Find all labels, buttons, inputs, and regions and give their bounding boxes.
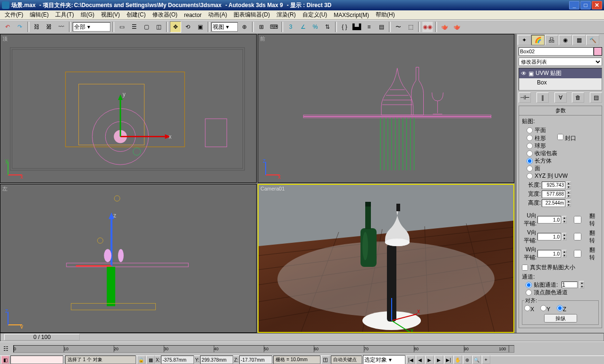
select-by-name-button[interactable]: ☰ [128, 21, 140, 33]
menu-help[interactable]: 帮助(H) [373, 10, 398, 20]
length-input[interactable] [542, 182, 565, 189]
panel-tab-create[interactable]: ✦ [518, 35, 531, 45]
maximize-button[interactable]: □ [580, 1, 591, 9]
align-z-radio[interactable]: Z [557, 306, 566, 312]
spinner-snap-button[interactable]: ⇅ [322, 21, 333, 33]
vflip-checkbox[interactable]: 翻转 [568, 229, 599, 244]
length-spinner[interactable]: ▲▼ [566, 182, 571, 189]
align-button[interactable]: ≡ [363, 21, 375, 33]
menu-group[interactable]: 组(G) [78, 10, 97, 20]
menu-create[interactable]: 创建(C) [124, 10, 149, 20]
ref-coord-dropdown[interactable]: 视图▾ [211, 22, 238, 32]
align-y-radio[interactable]: Y [540, 306, 550, 312]
viewport-left[interactable]: 左 z zy [0, 184, 257, 333]
vtile-input[interactable] [537, 233, 561, 240]
menu-tools[interactable]: 工具(T) [52, 10, 76, 20]
link-button[interactable]: ⛓ [31, 21, 42, 33]
nav-fov-button[interactable]: ⌖ [482, 356, 490, 364]
minimize-button[interactable]: _ [569, 1, 579, 9]
wtile-input[interactable] [537, 250, 561, 257]
goto-start-button[interactable]: |◀ [406, 356, 415, 364]
maptype-xyz[interactable]: XYZ 到 UVW [527, 172, 599, 180]
panel-tab-utilities[interactable]: 🔨 [586, 35, 599, 45]
viewport-top[interactable]: 顶 x y yx [0, 34, 257, 183]
absolute-relative-button[interactable]: ▦ [146, 356, 155, 364]
time-slider[interactable]: 0 / 100 [0, 333, 604, 341]
undo-button[interactable]: ↶ [2, 21, 13, 33]
time-ruler[interactable]: 0 10 20 30 40 50 60 70 80 90 100 [13, 345, 514, 353]
time-slider-handle[interactable]: 0 / 100 [4, 334, 80, 340]
layers-button[interactable]: ▤ [376, 21, 387, 33]
quick-render-button[interactable]: 🫖 [451, 21, 462, 33]
menu-views[interactable]: 视图(V) [98, 10, 123, 20]
width-spinner[interactable]: ▲▼ [566, 190, 571, 198]
mapchannel-spinner[interactable]: ▲▼ [579, 281, 584, 289]
height-input[interactable] [542, 199, 565, 207]
close-button[interactable]: ✕ [592, 1, 602, 9]
pivot-center-button[interactable]: ⊕ [239, 21, 250, 33]
configure-sets-button[interactable]: ▤ [590, 92, 602, 103]
menu-graph[interactable]: 图表编辑器(D) [231, 10, 273, 20]
wtile-spinner[interactable]: ▲▼ [562, 250, 567, 257]
keymode-dropdown[interactable]: 选定对象▾ [363, 355, 405, 364]
remove-modifier-button[interactable]: 🗑 [572, 92, 584, 103]
wflip-checkbox[interactable]: 翻转 [568, 246, 599, 261]
stack-uvw[interactable]: UVW 贴图 [536, 69, 562, 77]
percent-snap-button[interactable]: % [310, 21, 321, 33]
nav-zoom-button[interactable]: 🔍 [472, 356, 481, 364]
utile-spinner[interactable]: ▲▼ [562, 216, 567, 223]
maptype-planar[interactable]: 平面 [527, 126, 599, 134]
render-scene-button[interactable]: 🫖 [439, 21, 450, 33]
y-input[interactable] [200, 356, 233, 364]
z-input[interactable] [239, 356, 272, 364]
key-icon[interactable]: ⚿ [321, 356, 330, 364]
prompt-field[interactable] [10, 356, 63, 364]
menu-reactor[interactable]: reactor [181, 11, 204, 19]
prev-frame-button[interactable]: ◀ [416, 356, 424, 364]
object-name-input[interactable] [519, 47, 594, 56]
maptype-sphere[interactable]: 球形 [527, 142, 599, 149]
snap-toggle-button[interactable]: 3 [285, 21, 296, 33]
curve-editor-button[interactable]: 〜 [393, 21, 404, 33]
angle-snap-button[interactable]: ∠ [297, 21, 309, 33]
fit-button[interactable]: 操纵 [544, 314, 577, 323]
realworld-checkbox[interactable]: 真实世界贴图大小 [522, 264, 599, 271]
manipulate-button[interactable]: ⊞ [256, 21, 267, 33]
open-trackview-button[interactable]: ☷ [0, 343, 11, 355]
x-input[interactable] [161, 356, 194, 364]
select-scale-button[interactable]: ▣ [194, 21, 206, 33]
select-rotate-button[interactable]: ⟲ [182, 21, 193, 33]
menu-file[interactable]: 文件(F) [2, 10, 26, 20]
mapchannel-input[interactable] [562, 281, 578, 288]
panel-tab-modify[interactable]: 🌈 [531, 35, 545, 45]
goto-end-button[interactable]: ▶| [444, 356, 453, 364]
stack-box[interactable]: Box [537, 79, 547, 86]
menu-edit[interactable]: 编辑(E) [27, 10, 51, 20]
menu-customize[interactable]: 自定义(U) [300, 10, 330, 20]
select-object-button[interactable]: ▭ [116, 21, 127, 33]
menu-animation[interactable]: 动画(A) [205, 10, 230, 20]
viewport-camera[interactable]: Camera01 [258, 184, 514, 333]
maptype-box[interactable]: 长方体 [527, 157, 599, 165]
menu-modifiers[interactable]: 修改器(O) [150, 10, 180, 20]
panel-tab-display[interactable]: ▦ [572, 35, 586, 45]
play-button[interactable]: ▶ [425, 356, 434, 364]
height-spinner[interactable]: ▲▼ [566, 199, 571, 207]
vtile-spinner[interactable]: ▲▼ [562, 233, 567, 240]
unlink-button[interactable]: ⛓̸ [43, 21, 55, 33]
viewport-front[interactable]: 前 [258, 34, 514, 183]
mirror-button[interactable]: ▙▟ [351, 21, 362, 33]
autokey-button[interactable]: 自动关键点 [331, 356, 362, 364]
redo-button[interactable]: ↷ [14, 21, 25, 33]
vcol-radio[interactable]: 顶点颜色通道 [526, 289, 599, 296]
keyboard-shortcut-button[interactable]: ⌨ [268, 21, 279, 33]
width-input[interactable] [542, 190, 565, 198]
menu-render[interactable]: 渲染(R) [274, 10, 299, 20]
maxscript-mini-listener[interactable]: ◧ [1, 356, 9, 364]
panel-tab-motion[interactable]: ◉ [559, 35, 572, 45]
menu-maxscript[interactable]: MAXScript(M) [331, 11, 372, 19]
object-color-swatch[interactable] [594, 47, 602, 56]
rect-select-button[interactable]: ▢ [141, 21, 152, 33]
named-selection-button[interactable]: { } [339, 21, 350, 33]
utile-input[interactable] [537, 216, 561, 223]
